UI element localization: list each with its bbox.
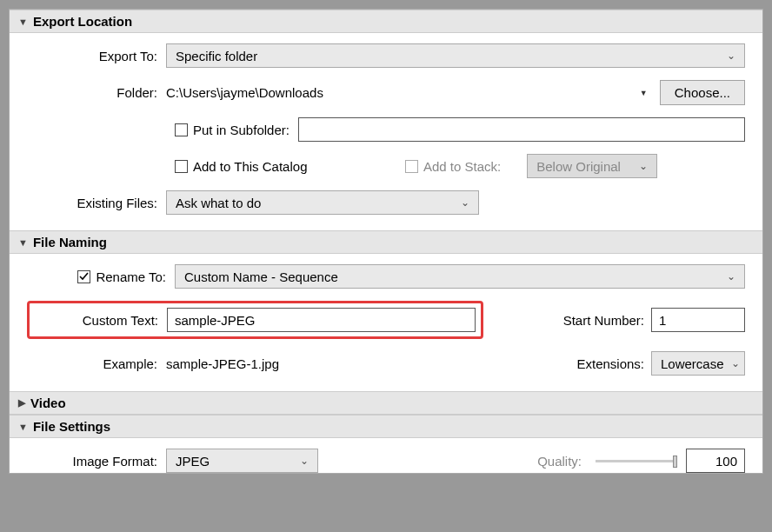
section-body-export-location: Export To: Specific folder ⌄ Folder: C:\…: [10, 33, 762, 230]
subfolder-input[interactable]: [298, 117, 745, 142]
section-title: File Settings: [33, 419, 110, 434]
section-title: File Naming: [33, 235, 107, 249]
add-to-catalog-check[interactable]: Add to This Catalog: [175, 159, 379, 174]
start-number-input[interactable]: 1: [651, 308, 745, 332]
chevron-down-icon: ⌄: [731, 357, 740, 369]
chevron-down-icon: ⌄: [727, 50, 735, 62]
existing-files-select[interactable]: Ask what to do ⌄: [166, 190, 479, 215]
section-header-export-location[interactable]: ▼ Export Location: [10, 10, 762, 33]
triangle-down-icon[interactable]: ▼: [640, 89, 660, 97]
section-header-file-settings[interactable]: ▼ File Settings: [10, 415, 762, 438]
rename-to-check[interactable]: Rename To:: [77, 269, 166, 284]
label-export-to: Export To:: [27, 49, 166, 63]
section-title: Export Location: [33, 14, 132, 29]
triangle-right-icon: ▶: [18, 397, 25, 409]
chevron-down-icon: ⌄: [639, 160, 648, 172]
quality-input[interactable]: 100: [686, 449, 745, 473]
chevron-down-icon: ⌄: [300, 455, 309, 467]
add-to-stack-check: Add to Stack:: [405, 159, 501, 174]
triangle-down-icon: ▼: [18, 422, 28, 432]
label-folder: Folder:: [27, 85, 166, 100]
slider-thumb-icon: [673, 456, 677, 468]
label-quality: Quality:: [537, 454, 582, 469]
extensions-select[interactable]: Lowercase ⌄: [651, 351, 745, 376]
label-extensions: Extensions:: [576, 356, 644, 371]
folder-path: C:\Users\jayme\Downloads: [166, 85, 640, 100]
triangle-down-icon: ▼: [18, 17, 28, 27]
quality-slider[interactable]: [596, 460, 674, 462]
label-example: Example:: [27, 356, 166, 371]
image-format-select[interactable]: JPEG ⌄: [166, 449, 318, 473]
section-header-video[interactable]: ▶ Video: [10, 391, 762, 415]
label-start-number: Start Number:: [563, 313, 644, 328]
section-body-file-naming: Rename To: Custom Name - Sequence ⌄ Cust…: [10, 254, 762, 391]
chevron-down-icon: ⌄: [461, 196, 469, 209]
add-to-stack-select: Below Original ⌄: [527, 154, 657, 178]
label-custom-text: Custom Text:: [35, 313, 167, 328]
custom-text-highlight: Custom Text: sample-JPEG: [27, 301, 483, 339]
section-body-file-settings: Image Format: JPEG ⌄ Quality: 100: [10, 438, 762, 473]
custom-text-input[interactable]: sample-JPEG: [167, 308, 476, 332]
export-to-select[interactable]: Specific folder ⌄: [166, 43, 745, 68]
section-header-file-naming[interactable]: ▼ File Naming: [10, 230, 762, 254]
example-value: sample-JPEG-1.jpg: [166, 356, 576, 371]
label-image-format: Image Format:: [27, 454, 166, 469]
section-title: Video: [30, 396, 66, 410]
label-existing-files: Existing Files:: [27, 196, 166, 210]
put-in-subfolder-check[interactable]: Put in Subfolder:: [175, 123, 290, 137]
rename-to-select[interactable]: Custom Name - Sequence ⌄: [175, 264, 745, 289]
chevron-down-icon: ⌄: [727, 270, 735, 283]
checkbox-checked-icon: [77, 270, 90, 283]
export-panel: ▼ Export Location Export To: Specific fo…: [9, 9, 763, 474]
checkbox-icon: [175, 160, 188, 173]
checkbox-icon: [405, 160, 418, 173]
checkbox-icon: [175, 123, 188, 136]
triangle-down-icon: ▼: [18, 237, 28, 248]
choose-button[interactable]: Choose...: [660, 80, 745, 105]
